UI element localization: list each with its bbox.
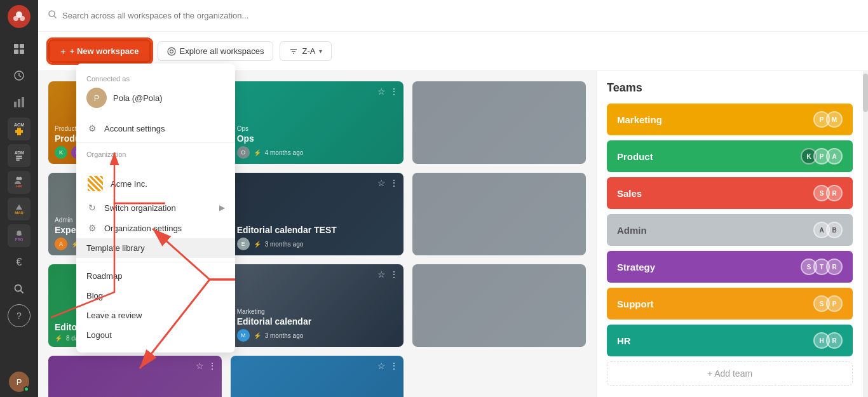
workspace-card[interactable]: ☆ ⋮ Content calendar #2 (231, 356, 404, 397)
account-settings-label: Account settings (104, 124, 165, 133)
team-item-marketing[interactable]: Marketing P M (607, 104, 853, 135)
team-name: Marketing (617, 114, 662, 125)
sidebar: ACM ADM HR MAR PRO € ? P (0, 0, 38, 397)
team-item-product[interactable]: Product K P A (607, 140, 853, 172)
team-avatar: P (826, 295, 843, 312)
team-avatars: A B (813, 222, 843, 238)
star-icon[interactable]: ☆ (377, 269, 386, 279)
team-name: Admin (617, 225, 647, 236)
sidebar-logo[interactable] (8, 5, 31, 28)
divider2 (76, 262, 235, 262)
mar-icon[interactable]: MAR (8, 198, 31, 220)
svg-rect-6 (20, 50, 24, 54)
acm-icon[interactable]: ACM (8, 118, 31, 140)
more-icon[interactable]: ⋮ (390, 178, 398, 188)
svg-point-18 (15, 285, 22, 292)
org-settings-label: Organization settings (104, 224, 182, 233)
org-settings-item[interactable]: ⚙ Organization settings (76, 218, 235, 238)
dropdown-connected-section: Connected as P Pola (@Pola) (76, 71, 235, 118)
new-workspace-button[interactable]: + + New workspace (48, 39, 151, 63)
svg-rect-5 (14, 50, 18, 54)
svg-rect-3 (14, 44, 18, 48)
explore-label: Explore all workspaces (180, 46, 264, 56)
svg-rect-10 (22, 97, 24, 107)
user-avatar[interactable]: P (9, 372, 29, 392)
clock-icon[interactable] (8, 64, 31, 87)
sort-button[interactable]: Z-A ▾ (280, 41, 332, 61)
user-avatar-small: P (86, 88, 107, 108)
team-item-sales[interactable]: Sales S R (607, 177, 853, 209)
org-name-item[interactable]: Acme Inc. (76, 170, 235, 198)
svg-point-21 (170, 50, 173, 53)
card-info: Marketing Editorial calendar M ⚡ 3 month… (231, 303, 404, 347)
help-icon[interactable]: ? (8, 304, 31, 327)
team-item-hr[interactable]: HR H R (607, 325, 853, 356)
team-item-strategy[interactable]: Strategy S T R (607, 251, 853, 283)
more-icon[interactable]: ⋮ (208, 361, 217, 371)
team-avatar: R (826, 259, 843, 275)
card-avatar: A (55, 238, 67, 250)
card-meta: O ⚡ 4 months ago (237, 146, 398, 159)
more-icon[interactable]: ⋮ (390, 86, 398, 97)
card-info: Editorial calendar TEST E ⚡ 3 months ago (231, 220, 404, 255)
leave-review-item[interactable]: Leave a review (76, 306, 235, 325)
team-avatar: A (826, 148, 843, 165)
roadmap-label: Roadmap (86, 271, 122, 281)
pro-icon[interactable]: PRO (8, 224, 31, 247)
template-library-item[interactable]: Template library (76, 238, 235, 258)
team-name: Sales (617, 188, 642, 199)
scrollbar-thumb[interactable] (863, 74, 868, 112)
star-icon[interactable]: ☆ (377, 361, 386, 371)
workspace-card[interactable] (412, 264, 586, 347)
team-name: Strategy (617, 262, 655, 273)
svg-point-19 (49, 11, 55, 17)
star-icon[interactable]: ☆ (377, 86, 386, 97)
home-icon[interactable] (8, 37, 31, 60)
roadmap-item[interactable]: Roadmap (76, 266, 235, 286)
account-settings-item[interactable]: ⚙ Account settings (76, 118, 235, 138)
explore-icon (167, 47, 176, 56)
logout-item[interactable]: Logout (76, 325, 235, 345)
activity-icon: ⚡ (55, 335, 62, 342)
team-avatars: P M (813, 111, 843, 128)
team-avatar: M (826, 111, 843, 128)
hr-icon[interactable]: HR (8, 171, 31, 194)
workspace-card[interactable]: ☆ ⋮ Editorial calendar TEST E ⚡ 3 months… (231, 173, 404, 255)
chart-icon[interactable] (8, 91, 31, 114)
team-item-support[interactable]: Support S P (607, 288, 853, 320)
explore-workspaces-button[interactable]: Explore all workspaces (158, 41, 274, 61)
card-avatar: E (237, 238, 250, 250)
team-item-admin[interactable]: Admin A B (607, 214, 853, 246)
card-actions: ☆ ⋮ (377, 269, 398, 279)
logout-label: Logout (86, 330, 112, 340)
switch-org-item[interactable]: ↻ Switch organization ▶ (76, 198, 235, 218)
svg-rect-4 (20, 44, 24, 48)
workspace-card[interactable]: ☆ ⋮ Ops Ops O ⚡ 4 months ago (231, 81, 404, 164)
blog-item[interactable]: Blog (76, 286, 235, 306)
workspace-card[interactable]: ☆ ⋮ Marketing Editorial calendar M ⚡ 3 m… (231, 264, 404, 347)
team-avatars: H R (813, 332, 843, 349)
search-input[interactable] (62, 11, 858, 20)
dropdown-menu: Connected as P Pola (@Pola) ⚙ Account se… (76, 64, 235, 353)
plus-icon: + (60, 46, 66, 57)
euro-icon[interactable]: € (8, 251, 31, 274)
star-icon[interactable]: ☆ (377, 178, 386, 188)
more-icon[interactable]: ⋮ (390, 361, 398, 371)
divider (76, 142, 235, 143)
scrollbar[interactable] (863, 71, 868, 397)
workspace-card[interactable] (412, 173, 586, 255)
adm-icon[interactable]: ADM (8, 144, 31, 167)
teams-panel: Teams Marketing P M Product K P A Sales (596, 71, 863, 397)
sort-chevron: ▾ (319, 48, 322, 55)
blog-label: Blog (86, 291, 103, 300)
template-library-label: Template library (86, 243, 145, 253)
add-team-button[interactable]: + Add team (607, 361, 853, 386)
card-meta: E ⚡ 3 months ago (237, 238, 398, 250)
star-icon[interactable]: ☆ (196, 361, 204, 371)
search-icon[interactable] (8, 278, 31, 300)
main-content: + + New workspace Explore all workspaces… (38, 0, 868, 397)
workspace-card[interactable] (412, 81, 586, 164)
card-tag: Ops (237, 125, 398, 132)
more-icon[interactable]: ⋮ (390, 269, 398, 279)
workspace-card[interactable]: ☆ ⋮ Content calendar #2 (48, 356, 222, 397)
